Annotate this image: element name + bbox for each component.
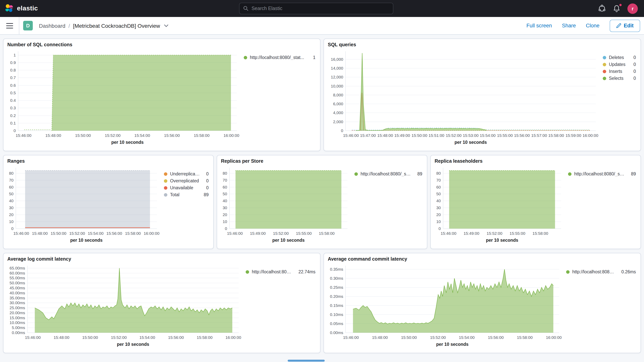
y-tick-label: 10.00ms — [10, 320, 25, 325]
legend-item[interactable]: http://localhost:808...22.74ms — [246, 270, 316, 274]
panel-row-2: Ranges 0102030405060708015:46:0015:48:00… — [3, 155, 641, 249]
y-tick-label: 80 — [223, 171, 227, 176]
alerts-icon[interactable] — [613, 5, 620, 12]
y-tick-label: 60 — [436, 185, 441, 189]
x-axis-title: per 10 seconds — [436, 342, 468, 347]
title-chevron-button[interactable] — [164, 24, 168, 27]
legend-series-dot — [566, 270, 570, 274]
legend-label: http://localhost:8080/_sta... — [574, 172, 625, 176]
y-tick-label: 60 — [223, 185, 227, 189]
legend-item[interactable]: http://localhost:8080/_stat...1 — [244, 55, 316, 60]
legend-item[interactable]: Total89 — [164, 192, 209, 197]
y-tick-label: 0 — [438, 226, 441, 231]
y-tick-label: 40 — [9, 198, 14, 203]
x-tick-label: 15:54:00 — [140, 335, 155, 340]
elastic-home-link[interactable]: elastic — [0, 4, 46, 13]
legend-item[interactable]: Updates0 — [603, 62, 636, 67]
y-tick-label: 30.00ms — [10, 300, 25, 305]
breadcrumb-separator: / — [68, 22, 70, 29]
legend-series-dot — [603, 56, 606, 59]
x-tick-label: 15:54:00 — [459, 335, 475, 340]
sql-queries-plot[interactable]: 02,0004,0006,0008,00010,00012,00014,0001… — [327, 48, 599, 148]
legend-label: Deletes — [609, 55, 624, 60]
legend-item[interactable]: http://localhost:8080/_sta...89 — [568, 172, 636, 176]
y-tick-label: 0.3 — [10, 106, 16, 110]
chevron-down-icon — [164, 24, 168, 27]
y-tick-label: 35.00ms — [10, 296, 25, 300]
clone-button[interactable]: Clone — [586, 23, 600, 28]
legend-value: 0 — [630, 76, 636, 80]
y-tick-label: 0.20ms — [330, 294, 343, 298]
panel-ranges: Ranges 0102030405060708015:46:0015:48:00… — [3, 155, 214, 249]
x-tick-label: 15:53:00 — [463, 133, 478, 138]
legend-item[interactable]: Deletes0 — [603, 55, 636, 60]
legend-series-dot — [164, 193, 167, 196]
legend-item[interactable]: http://localhost:8080/_sta...89 — [354, 172, 422, 176]
x-axis-title: per 10 seconds — [486, 238, 518, 243]
x-tick-label: 15:59:00 — [566, 133, 581, 138]
y-tick-label: 12,000 — [331, 75, 343, 79]
average-log-commit-latency-plot[interactable]: 0.00ms5.00ms10.00ms15.00ms20.00ms25.00ms… — [6, 262, 242, 350]
replicas-per-store-plot[interactable]: 0102030405060708015:46:0015:49:0015:52:0… — [220, 164, 350, 246]
average-command-commit-latency-plot[interactable]: 0.00ms0.05ms0.10ms0.15ms0.20ms0.25ms0.30… — [327, 262, 562, 350]
legend-label: http://localhost:8080/_sta... — [360, 172, 412, 176]
legend-label: http://localhost:8080... — [572, 270, 616, 274]
edit-button[interactable]: Edit — [610, 20, 640, 32]
x-tick-label: 16:00:00 — [224, 133, 239, 138]
legend-series-dot — [246, 270, 249, 274]
x-tick-label: 15:58:00 — [197, 335, 212, 340]
x-tick-label: 15:46:00 — [440, 231, 456, 236]
x-tick-label: 15:50:00 — [75, 133, 91, 138]
page-title: [Metricbeat CockroachDB] Overview — [73, 22, 160, 29]
y-tick-label: 55.00ms — [10, 276, 25, 280]
x-tick-label: 15:52:00 — [273, 231, 289, 236]
replica-leaseholders-plot[interactable]: 0102030405060708015:46:0015:49:0015:52:0… — [434, 164, 564, 246]
y-tick-label: 0.30ms — [330, 276, 343, 280]
y-tick-label: 65.00ms — [10, 266, 25, 270]
legend-item[interactable]: http://localhost:8080...0.26ms — [566, 270, 636, 274]
breadcrumb-dashboard-link[interactable]: Dashboard — [39, 22, 65, 29]
top-right-actions: r — [586, 3, 644, 14]
full-screen-button[interactable]: Full screen — [526, 23, 552, 28]
chart-number-of-sql-connections: 00.10.20.30.40.50.60.70.80.9115:46:0015:… — [6, 48, 317, 148]
y-tick-label: 0.25ms — [330, 285, 343, 290]
x-tick-label: 15:49:00 — [394, 133, 410, 138]
x-tick-label: 15:58:00 — [319, 231, 335, 236]
legend-label: Updates — [609, 62, 626, 67]
user-avatar[interactable]: r — [628, 3, 638, 14]
legend-item[interactable]: Unavailable0 — [164, 186, 209, 190]
panel-average-command-commit-latency: Average command commit latency 0.00ms0.0… — [324, 253, 641, 353]
x-tick-label: 15:58:00 — [532, 231, 548, 236]
x-tick-label: 16:00:00 — [582, 133, 598, 138]
menu-button[interactable] — [0, 17, 19, 34]
x-tick-label: 15:58:00 — [125, 231, 141, 236]
x-tick-label: 15:56:00 — [514, 133, 530, 138]
y-tick-label: 50.00ms — [10, 281, 25, 285]
y-tick-label: 20 — [9, 212, 14, 217]
number-of-sql-connections-plot[interactable]: 00.10.20.30.40.50.60.70.80.9115:46:0015:… — [6, 48, 240, 148]
search-input[interactable] — [252, 6, 389, 11]
y-tick-label: 0 — [11, 226, 14, 231]
share-button[interactable]: Share — [562, 23, 576, 28]
x-tick-label: 15:48:00 — [45, 133, 61, 138]
legend-item[interactable]: Overreplicated0 — [164, 178, 209, 183]
legend-item[interactable]: Underreplicated0 — [164, 172, 209, 176]
ranges-plot[interactable]: 0102030405060708015:46:0015:48:0015:50:0… — [6, 164, 160, 246]
horizontal-scrollbar-thumb[interactable] — [288, 360, 325, 362]
x-tick-label: 15:58:00 — [548, 133, 564, 138]
y-tick-label: 0.7 — [10, 75, 16, 80]
y-tick-label: 20 — [223, 212, 227, 217]
y-tick-label: 45.00ms — [10, 286, 25, 290]
legend-item[interactable]: Inserts0 — [603, 69, 636, 74]
y-tick-label: 1 — [14, 53, 16, 57]
series-area-connections — [52, 55, 231, 131]
legend-item[interactable]: Selects0 — [603, 76, 636, 80]
y-tick-label: 0 — [225, 226, 227, 231]
legend-series-dot — [568, 172, 572, 176]
cluster-icon[interactable] — [598, 5, 606, 12]
panel-row-3: Average log commit latency 0.00ms5.00ms1… — [3, 253, 641, 353]
x-tick-label: 15:55:00 — [296, 231, 312, 236]
y-tick-label: 15.00ms — [10, 316, 25, 320]
x-axis-title: per 10 seconds — [272, 238, 304, 243]
global-search[interactable] — [239, 3, 393, 14]
